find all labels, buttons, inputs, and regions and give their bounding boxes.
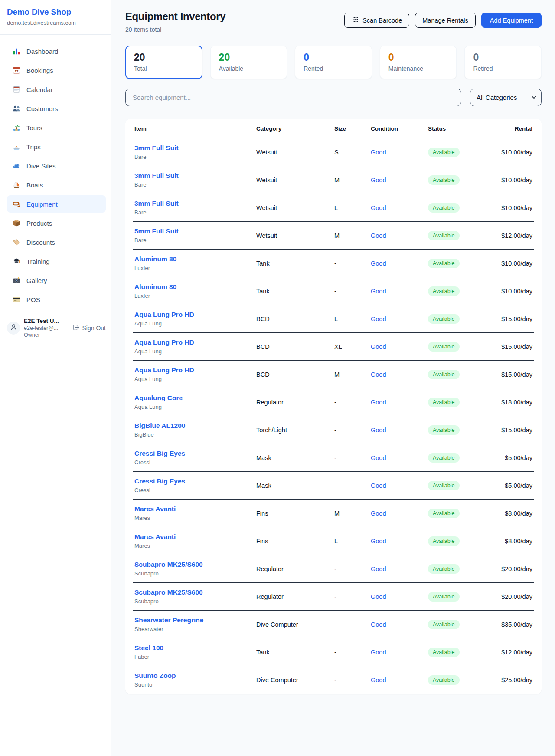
sidebar-item-gallery[interactable]: Gallery [7, 272, 106, 289]
item-name-link[interactable]: 3mm Full Suit [134, 200, 253, 207]
item-rental: $15.00/day [501, 343, 532, 350]
item-condition-link[interactable]: Good [371, 454, 386, 461]
sidebar-item-dive-sites[interactable]: Dive Sites [7, 157, 106, 174]
table-row: Cressi Big Eyes Cressi Mask - Good Avail… [133, 444, 534, 472]
item-name-link[interactable]: Aqua Lung Pro HD [134, 311, 253, 319]
stat-card-available[interactable]: 20 Available [210, 46, 287, 79]
manage-rentals-button[interactable]: Manage Rentals [415, 13, 476, 28]
stat-value: 0 [388, 52, 448, 63]
sidebar-item-boats[interactable]: Boats [7, 176, 106, 194]
item-name-link[interactable]: Scubapro MK25/S600 [134, 588, 253, 596]
credit-card-icon [12, 295, 21, 304]
item-name-link[interactable]: Aqua Lung Pro HD [134, 339, 253, 346]
item-condition-link[interactable]: Good [371, 177, 386, 184]
status-badge: Available [428, 398, 460, 407]
table-row: Aqua Lung Pro HD Aqua Lung BCD M Good Av… [133, 361, 534, 388]
stat-card-rented[interactable]: 0 Rented [295, 46, 372, 79]
sidebar-item-bookings[interactable]: 17 Bookings [7, 62, 106, 79]
item-brand: Scubapro [134, 570, 253, 577]
sidebar-item-trips[interactable]: Trips [7, 138, 106, 155]
status-badge: Available [428, 342, 460, 352]
item-condition-link[interactable]: Good [371, 510, 386, 517]
sidebar-item-calendar[interactable]: Calendar [7, 81, 106, 98]
item-name-link[interactable]: Steel 100 [134, 644, 253, 652]
person-icon [10, 323, 18, 333]
table-row: BigBlue AL1200 BigBlue Torch/Light - Goo… [133, 416, 534, 444]
scan-barcode-button[interactable]: Scan Barcode [344, 13, 409, 28]
item-rental: $8.00/day [505, 510, 532, 517]
item-condition-link[interactable]: Good [371, 149, 386, 156]
item-name-link[interactable]: 3mm Full Suit [134, 144, 253, 152]
item-condition-link[interactable]: Good [371, 343, 386, 350]
calendar-icon [12, 85, 21, 94]
item-size: - [333, 666, 369, 694]
sidebar-item-dashboard[interactable]: Dashboard [7, 43, 106, 60]
brand-domain: demo.test.divestreams.com [7, 20, 104, 26]
item-name-link[interactable]: Cressi Big Eyes [134, 477, 253, 485]
sidebar-item-pos[interactable]: POS [7, 291, 106, 308]
item-category: BCD [255, 333, 333, 361]
item-condition-link[interactable]: Good [371, 399, 386, 406]
sidebar-item-customers[interactable]: Customers [7, 100, 106, 117]
item-condition-link[interactable]: Good [371, 482, 386, 489]
search-input[interactable] [125, 89, 461, 106]
item-condition-link[interactable]: Good [371, 371, 386, 378]
stats-row: 20 Total 20 Available 0 Rented 0 Mainten… [125, 46, 542, 79]
item-size: - [333, 250, 369, 277]
item-condition-link[interactable]: Good [371, 677, 386, 684]
item-size: - [333, 277, 369, 305]
item-condition-link[interactable]: Good [371, 204, 386, 211]
table-row: 3mm Full Suit Bare Wetsuit S Good Availa… [133, 138, 534, 166]
item-condition-link[interactable]: Good [371, 316, 386, 322]
sidebar-item-training[interactable]: Training [7, 253, 106, 270]
sidebar-item-discounts[interactable]: Discounts [7, 233, 106, 251]
stat-card-maintenance[interactable]: 0 Maintenance [380, 46, 457, 79]
item-name-link[interactable]: Mares Avanti [134, 505, 253, 513]
item-name-link[interactable]: Aqualung Core [134, 394, 253, 402]
stat-card-total[interactable]: 20 Total [125, 46, 202, 79]
table-row: 5mm Full Suit Bare Wetsuit M Good Availa… [133, 222, 534, 250]
item-condition-link[interactable]: Good [371, 260, 386, 267]
item-condition-link[interactable]: Good [371, 565, 386, 572]
item-condition-link[interactable]: Good [371, 427, 386, 434]
sidebar: Demo Dive Shop demo.test.divestreams.com… [0, 0, 111, 756]
category-filter-select[interactable]: All Categories [470, 89, 542, 106]
item-size: M [333, 500, 369, 527]
sign-out-button[interactable]: Sign Out [72, 324, 108, 332]
stat-card-retired[interactable]: 0 Retired [464, 46, 542, 79]
item-name-link[interactable]: Shearwater Peregrine [134, 616, 253, 624]
item-name-link[interactable]: Suunto Zoop [134, 672, 253, 680]
item-condition-link[interactable]: Good [371, 232, 386, 239]
sidebar-item-products[interactable]: Products [7, 214, 106, 232]
item-condition-link[interactable]: Good [371, 288, 386, 295]
item-name-link[interactable]: Aluminum 80 [134, 255, 253, 263]
wave-icon [12, 161, 21, 170]
item-name-link[interactable]: 3mm Full Suit [134, 172, 253, 180]
item-name-link[interactable]: Aqua Lung Pro HD [134, 366, 253, 374]
stat-label: Retired [473, 65, 533, 72]
item-condition-link[interactable]: Good [371, 538, 386, 545]
add-equipment-button[interactable]: Add Equipment [481, 13, 542, 28]
item-name-link[interactable]: Aluminum 80 [134, 283, 253, 291]
item-name-link[interactable]: Mares Avanti [134, 533, 253, 541]
item-rental: $15.00/day [501, 371, 532, 378]
sidebar-item-equipment[interactable]: Equipment [7, 195, 106, 213]
item-condition-link[interactable]: Good [371, 649, 386, 656]
item-name-link[interactable]: Scubapro MK25/S600 [134, 561, 253, 569]
column-header-status: Status [426, 119, 483, 138]
tag-icon [12, 238, 21, 247]
item-name-link[interactable]: BigBlue AL1200 [134, 422, 253, 430]
sidebar-item-tours[interactable]: Tours [7, 119, 106, 136]
item-condition-link[interactable]: Good [371, 621, 386, 628]
status-badge: Available [428, 564, 460, 574]
status-badge: Available [428, 314, 460, 324]
item-condition-link[interactable]: Good [371, 593, 386, 600]
page-title: Equipment Inventory [125, 10, 225, 23]
item-rental: $20.00/day [501, 593, 532, 600]
item-name-link[interactable]: 5mm Full Suit [134, 227, 253, 235]
item-brand: Aqua Lung [134, 376, 253, 382]
item-name-link[interactable]: Cressi Big Eyes [134, 450, 253, 457]
item-category: Wetsuit [255, 222, 333, 250]
item-category: Fins [255, 500, 333, 527]
table-row: 3mm Full Suit Bare Wetsuit M Good Availa… [133, 166, 534, 194]
